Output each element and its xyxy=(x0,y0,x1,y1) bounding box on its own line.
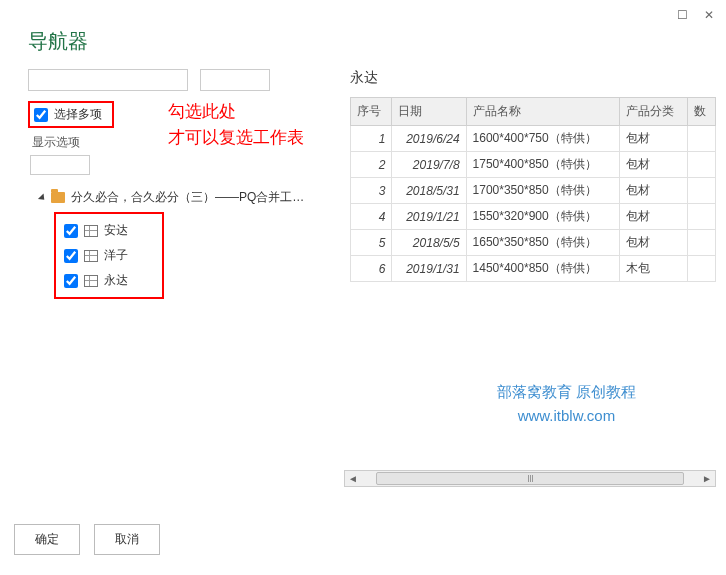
cell-name: 1600*400*750（特供） xyxy=(466,126,619,152)
cell-name: 1750*400*850（特供） xyxy=(466,152,619,178)
tree-item[interactable]: 永达 xyxy=(62,268,156,293)
cell-extra xyxy=(688,178,716,204)
select-multiple-label: 选择多项 xyxy=(54,106,102,123)
cell-no: 5 xyxy=(351,230,392,256)
table-row[interactable]: 42019/1/211550*320*900（特供）包材 xyxy=(351,204,716,230)
cell-extra xyxy=(688,204,716,230)
cell-no: 3 xyxy=(351,178,392,204)
cell-no: 1 xyxy=(351,126,392,152)
scroll-right-icon[interactable]: ► xyxy=(699,471,715,486)
cell-extra xyxy=(688,256,716,282)
cell-cat: 木包 xyxy=(619,256,687,282)
cell-no: 2 xyxy=(351,152,392,178)
preview-pane: 永达 序号日期产品名称产品分类数 12019/6/241600*400*750（… xyxy=(338,69,716,299)
column-header[interactable]: 数 xyxy=(688,98,716,126)
horizontal-scrollbar[interactable]: ◄ ► xyxy=(344,470,716,487)
cell-cat: 包材 xyxy=(619,204,687,230)
tree-items-group: 安达洋子永达 xyxy=(54,212,164,299)
tree-item[interactable]: 安达 xyxy=(62,218,156,243)
cell-date: 2019/6/24 xyxy=(392,126,466,152)
cell-extra xyxy=(688,230,716,256)
cell-date: 2019/7/8 xyxy=(392,152,466,178)
cell-cat: 包材 xyxy=(619,126,687,152)
cell-no: 6 xyxy=(351,256,392,282)
cell-date: 2019/1/21 xyxy=(392,204,466,230)
cell-cat: 包材 xyxy=(619,230,687,256)
cell-extra xyxy=(688,126,716,152)
tree-item-label: 永达 xyxy=(104,272,128,289)
cell-name: 1650*350*850（特供） xyxy=(466,230,619,256)
ok-button[interactable]: 确定 xyxy=(14,524,80,555)
tree-root-label: 分久必合，合久必分（三）——PQ合并工作表法... xyxy=(71,189,311,206)
cell-date: 2019/1/31 xyxy=(392,256,466,282)
tree-item-checkbox[interactable] xyxy=(64,249,78,263)
search-input[interactable] xyxy=(28,69,188,91)
column-header[interactable]: 日期 xyxy=(392,98,466,126)
scroll-track[interactable] xyxy=(361,471,699,486)
table-row[interactable]: 52018/5/51650*350*850（特供）包材 xyxy=(351,230,716,256)
close-icon[interactable]: ✕ xyxy=(704,8,714,22)
tree-root-node[interactable]: 分久必合，合久必分（三）——PQ合并工作表法... xyxy=(40,189,338,206)
tree-item-label: 安达 xyxy=(104,222,128,239)
nav-tree: 分久必合，合久必分（三）——PQ合并工作表法... 安达洋子永达 xyxy=(40,189,338,299)
cell-no: 4 xyxy=(351,204,392,230)
tree-item-checkbox[interactable] xyxy=(64,274,78,288)
select-multiple-checkbox[interactable]: 选择多项 xyxy=(28,101,114,128)
sheet-icon xyxy=(84,275,98,287)
scroll-left-icon[interactable]: ◄ xyxy=(345,471,361,486)
column-header[interactable]: 产品分类 xyxy=(619,98,687,126)
sheet-icon xyxy=(84,250,98,262)
page-title: 导航器 xyxy=(0,0,726,55)
maximize-icon[interactable]: ☐ xyxy=(677,8,688,22)
filter-input[interactable] xyxy=(200,69,270,91)
watermark: 部落窝教育 原创教程 www.itblw.com xyxy=(497,380,636,428)
cell-name: 1450*400*850（特供） xyxy=(466,256,619,282)
display-options-dropdown[interactable] xyxy=(30,155,90,175)
select-multiple-input[interactable] xyxy=(34,108,48,122)
cell-name: 1550*320*900（特供） xyxy=(466,204,619,230)
table-row[interactable]: 22019/7/81750*400*850（特供）包材 xyxy=(351,152,716,178)
tree-item[interactable]: 洋子 xyxy=(62,243,156,268)
table-row[interactable]: 62019/1/311450*400*850（特供）木包 xyxy=(351,256,716,282)
tree-item-checkbox[interactable] xyxy=(64,224,78,238)
expand-icon[interactable] xyxy=(38,193,47,202)
cell-cat: 包材 xyxy=(619,152,687,178)
column-header[interactable]: 序号 xyxy=(351,98,392,126)
cell-date: 2018/5/5 xyxy=(392,230,466,256)
scroll-thumb[interactable] xyxy=(376,472,684,485)
cell-cat: 包材 xyxy=(619,178,687,204)
cell-date: 2018/5/31 xyxy=(392,178,466,204)
cancel-button[interactable]: 取消 xyxy=(94,524,160,555)
table-row[interactable]: 32018/5/311700*350*850（特供）包材 xyxy=(351,178,716,204)
cell-name: 1700*350*850（特供） xyxy=(466,178,619,204)
preview-title: 永达 xyxy=(350,69,716,87)
preview-table: 序号日期产品名称产品分类数 12019/6/241600*400*750（特供）… xyxy=(350,97,716,282)
column-header[interactable]: 产品名称 xyxy=(466,98,619,126)
annotation-text: 勾选此处 才可以复选工作表 xyxy=(168,99,304,150)
sheet-icon xyxy=(84,225,98,237)
folder-icon xyxy=(51,192,65,203)
nav-pane: 选择多项 显示选项 勾选此处 才可以复选工作表 分久必合，合久必分（三）——PQ… xyxy=(28,69,338,299)
table-row[interactable]: 12019/6/241600*400*750（特供）包材 xyxy=(351,126,716,152)
cell-extra xyxy=(688,152,716,178)
tree-item-label: 洋子 xyxy=(104,247,128,264)
